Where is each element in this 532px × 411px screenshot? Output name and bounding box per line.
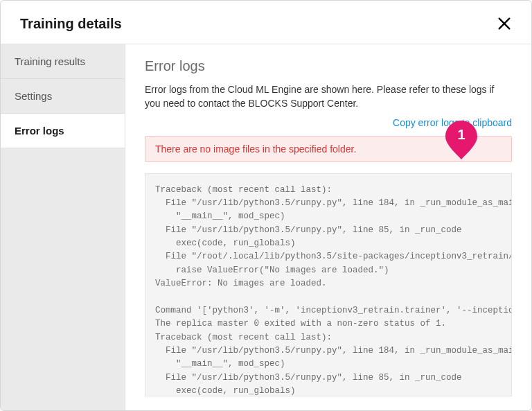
close-icon: [497, 16, 512, 31]
modal-body: Training results Settings Error logs Err…: [1, 44, 531, 410]
tab-training-results[interactable]: Training results: [1, 44, 125, 79]
close-button[interactable]: [494, 13, 515, 34]
copy-row: Copy error logs to clipboard: [145, 116, 512, 129]
error-alert: There are no image files in the specifie…: [145, 136, 512, 162]
tab-settings[interactable]: Settings: [1, 79, 125, 114]
log-output[interactable]: Traceback (most recent call last): File …: [145, 173, 512, 396]
modal-title: Training details: [20, 16, 122, 32]
training-details-modal: Training details Training results Settin…: [0, 0, 532, 411]
content-heading: Error logs: [145, 58, 512, 74]
modal-header: Training details: [1, 1, 531, 44]
content-area: Error logs Error logs from the Cloud ML …: [125, 44, 531, 410]
copy-logs-link[interactable]: Copy error logs to clipboard: [393, 117, 512, 128]
content-description: Error logs from the Cloud ML Engine are …: [145, 82, 512, 111]
tab-error-logs[interactable]: Error logs: [1, 114, 125, 148]
sidebar: Training results Settings Error logs: [1, 44, 125, 410]
